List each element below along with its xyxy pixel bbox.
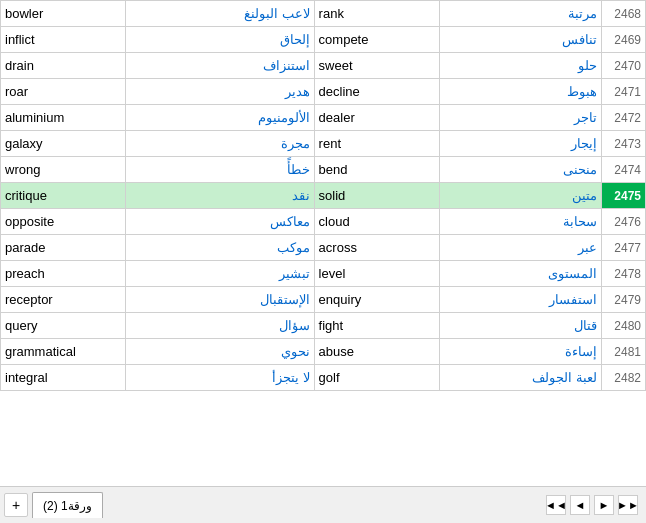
arabic-word-cell[interactable]: لاعب البولنغ xyxy=(126,1,314,27)
arabic-word-cell[interactable]: نقد xyxy=(126,183,314,209)
row-number-cell: 2472 xyxy=(602,105,646,131)
table-row: opposite معاكس cloud سحابة 2476 xyxy=(1,209,646,235)
arabic-word-cell[interactable]: نحوي xyxy=(126,339,314,365)
row-number-cell: 2470 xyxy=(602,53,646,79)
row-number-cell: 2468 xyxy=(602,1,646,27)
arabic-word2-cell[interactable]: قتال xyxy=(440,313,602,339)
table-row: galaxy مجرة rent إيجار 2473 xyxy=(1,131,646,157)
english-word-cell[interactable]: preach xyxy=(1,261,126,287)
sheet-tabs: + ورقة1 (2) xyxy=(0,487,103,523)
row-number-cell: 2477 xyxy=(602,235,646,261)
arabic-word-cell[interactable]: سؤال xyxy=(126,313,314,339)
english-word2-cell[interactable]: across xyxy=(314,235,439,261)
arabic-word-cell[interactable]: تبشير xyxy=(126,261,314,287)
english-word2-cell[interactable]: cloud xyxy=(314,209,439,235)
arabic-word-cell[interactable]: الإستقبال xyxy=(126,287,314,313)
table-row: drain استنزاف sweet حلو 2470 xyxy=(1,53,646,79)
arabic-word2-cell[interactable]: تنافس xyxy=(440,27,602,53)
arabic-word2-cell[interactable]: عبر xyxy=(440,235,602,261)
english-word-cell[interactable]: parade xyxy=(1,235,126,261)
row-number-cell: 2475 xyxy=(602,183,646,209)
row-number-cell: 2476 xyxy=(602,209,646,235)
arabic-word-cell[interactable]: مجرة xyxy=(126,131,314,157)
english-word2-cell[interactable]: decline xyxy=(314,79,439,105)
english-word2-cell[interactable]: compete xyxy=(314,27,439,53)
row-number-cell: 2469 xyxy=(602,27,646,53)
arabic-word2-cell[interactable]: لعبة الجولف xyxy=(440,365,602,391)
row-number-cell: 2482 xyxy=(602,365,646,391)
table-row: grammatical نحوي abuse إساءة 2481 xyxy=(1,339,646,365)
spreadsheet: bowler لاعب البولنغ rank مرتبة 2468 infl… xyxy=(0,0,646,486)
english-word-cell[interactable]: aluminium xyxy=(1,105,126,131)
arabic-word2-cell[interactable]: استفسار xyxy=(440,287,602,313)
english-word2-cell[interactable]: enquiry xyxy=(314,287,439,313)
english-word2-cell[interactable]: bend xyxy=(314,157,439,183)
english-word2-cell[interactable]: rent xyxy=(314,131,439,157)
english-word-cell[interactable]: bowler xyxy=(1,1,126,27)
nav-prev-button[interactable]: ◄ xyxy=(570,495,590,515)
english-word2-cell[interactable]: level xyxy=(314,261,439,287)
table-row: preach تبشير level المستوى 2478 xyxy=(1,261,646,287)
arabic-word-cell[interactable]: معاكس xyxy=(126,209,314,235)
arabic-word-cell[interactable]: الألومنيوم xyxy=(126,105,314,131)
english-word-cell[interactable]: galaxy xyxy=(1,131,126,157)
row-number-cell: 2479 xyxy=(602,287,646,313)
sheet-tab-1[interactable]: ورقة1 (2) xyxy=(32,492,103,518)
arabic-word-cell[interactable]: إلحاق xyxy=(126,27,314,53)
english-word2-cell[interactable]: rank xyxy=(314,1,439,27)
table-row: aluminium الألومنيوم dealer تاجر 2472 xyxy=(1,105,646,131)
english-word-cell[interactable]: receptor xyxy=(1,287,126,313)
arabic-word-cell[interactable]: موكب xyxy=(126,235,314,261)
english-word-cell[interactable]: drain xyxy=(1,53,126,79)
english-word2-cell[interactable]: solid xyxy=(314,183,439,209)
table-row: query سؤال fight قتال 2480 xyxy=(1,313,646,339)
row-number-cell: 2471 xyxy=(602,79,646,105)
row-number-cell: 2473 xyxy=(602,131,646,157)
arabic-word-cell[interactable]: خطأً xyxy=(126,157,314,183)
english-word2-cell[interactable]: sweet xyxy=(314,53,439,79)
table-row: wrong خطأً bend منحنى 2474 xyxy=(1,157,646,183)
english-word-cell[interactable]: query xyxy=(1,313,126,339)
nav-first-button[interactable]: ◄◄ xyxy=(546,495,566,515)
arabic-word2-cell[interactable]: متين xyxy=(440,183,602,209)
english-word2-cell[interactable]: fight xyxy=(314,313,439,339)
english-word-cell[interactable]: grammatical xyxy=(1,339,126,365)
sheet-nav: ◄◄ ◄ ► ►► xyxy=(546,495,646,515)
arabic-word2-cell[interactable]: المستوى xyxy=(440,261,602,287)
english-word2-cell[interactable]: abuse xyxy=(314,339,439,365)
row-number-cell: 2474 xyxy=(602,157,646,183)
arabic-word-cell[interactable]: هدير xyxy=(126,79,314,105)
english-word-cell[interactable]: critique xyxy=(1,183,126,209)
arabic-word2-cell[interactable]: سحابة xyxy=(440,209,602,235)
arabic-word2-cell[interactable]: إساءة xyxy=(440,339,602,365)
table-row: critique نقد solid متين 2475 xyxy=(1,183,646,209)
table-row: receptor الإستقبال enquiry استفسار 2479 xyxy=(1,287,646,313)
arabic-word-cell[interactable]: لا يتجزأ xyxy=(126,365,314,391)
english-word-cell[interactable]: integral xyxy=(1,365,126,391)
arabic-word2-cell[interactable]: مرتبة xyxy=(440,1,602,27)
row-number-cell: 2481 xyxy=(602,339,646,365)
english-word2-cell[interactable]: dealer xyxy=(314,105,439,131)
status-bar: + ورقة1 (2) ◄◄ ◄ ► ►► xyxy=(0,486,646,523)
data-table: bowler لاعب البولنغ rank مرتبة 2468 infl… xyxy=(0,0,646,391)
row-number-cell: 2478 xyxy=(602,261,646,287)
arabic-word2-cell[interactable]: منحنى xyxy=(440,157,602,183)
arabic-word2-cell[interactable]: حلو xyxy=(440,53,602,79)
arabic-word2-cell[interactable]: إيجار xyxy=(440,131,602,157)
arabic-word2-cell[interactable]: هبوط xyxy=(440,79,602,105)
table-row: parade موكب across عبر 2477 xyxy=(1,235,646,261)
add-sheet-button[interactable]: + xyxy=(4,493,28,517)
english-word-cell[interactable]: wrong xyxy=(1,157,126,183)
nav-last-button[interactable]: ►► xyxy=(618,495,638,515)
table-row: roar هدير decline هبوط 2471 xyxy=(1,79,646,105)
english-word-cell[interactable]: inflict xyxy=(1,27,126,53)
table-row: integral لا يتجزأ golf لعبة الجولف 2482 xyxy=(1,365,646,391)
english-word2-cell[interactable]: golf xyxy=(314,365,439,391)
nav-next-button[interactable]: ► xyxy=(594,495,614,515)
arabic-word-cell[interactable]: استنزاف xyxy=(126,53,314,79)
table-row: bowler لاعب البولنغ rank مرتبة 2468 xyxy=(1,1,646,27)
arabic-word2-cell[interactable]: تاجر xyxy=(440,105,602,131)
english-word-cell[interactable]: opposite xyxy=(1,209,126,235)
table-row: inflict إلحاق compete تنافس 2469 xyxy=(1,27,646,53)
english-word-cell[interactable]: roar xyxy=(1,79,126,105)
